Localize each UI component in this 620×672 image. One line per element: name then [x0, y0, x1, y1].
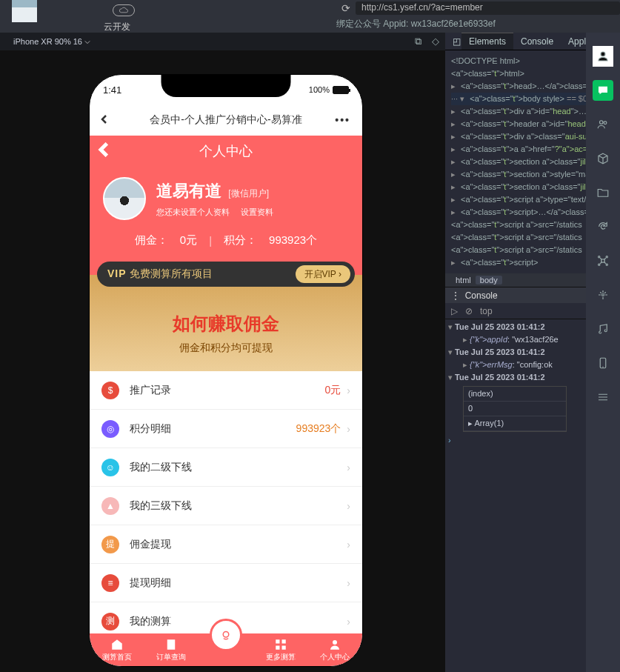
page-title: 会员中-个人推广分销中心-易算准	[150, 113, 301, 127]
svg-point-10	[606, 256, 607, 258]
row-label: 提现明细	[130, 576, 171, 590]
svg-point-13	[602, 294, 604, 296]
ide-side-rail	[586, 33, 620, 672]
promo-card[interactable]: 如何赚取佣金 佣金和积分均可提现	[90, 275, 362, 371]
tab-label: 测算首页	[102, 652, 132, 662]
cloud-dev-label[interactable]: 云开发	[104, 21, 130, 33]
svg-rect-3	[276, 645, 279, 649]
chevron-right-icon: ›	[347, 423, 350, 435]
rail-refresh-icon[interactable]	[593, 216, 613, 237]
tab-elements[interactable]: Elements	[461, 33, 513, 50]
back-icon[interactable]	[100, 114, 109, 126]
points-label: 积分：	[224, 233, 257, 247]
svg-point-12	[606, 264, 607, 265]
chevron-right-icon: ›	[347, 385, 350, 396]
points-value: 993923个	[269, 233, 317, 247]
phone-simulator: 1:41 100% 会员中-个人推广分销中心-易算准 ••• 个人中心 道易有道…	[89, 74, 363, 667]
user-tag: [微信用户]	[228, 188, 269, 199]
rail-network-icon[interactable]	[593, 250, 613, 271]
rotate-icon[interactable]: ◇	[432, 36, 439, 47]
copy-icon[interactable]: ⧉	[415, 36, 421, 47]
rail-mobile-icon[interactable]	[593, 353, 613, 373]
chevron-right-icon: ›	[347, 539, 350, 550]
list-item[interactable]: ◎积分明细993923个›	[90, 410, 362, 448]
chevron-right-icon: ›	[347, 500, 350, 512]
chevron-right-icon: ›	[347, 616, 350, 628]
list-item[interactable]: $推广记录0元›	[90, 371, 362, 410]
row-value: 993923个	[296, 422, 341, 436]
svg-point-5	[333, 640, 337, 645]
chevron-right-icon: ›	[347, 462, 350, 473]
more-icon[interactable]: •••	[335, 114, 350, 126]
list-item[interactable]: 提佣金提现›	[90, 525, 362, 564]
crumb-body[interactable]: body	[476, 276, 502, 285]
console-context[interactable]: top	[480, 306, 493, 316]
battery-icon	[333, 86, 349, 94]
device-selector[interactable]: iPhone XR 90% 16	[13, 37, 90, 46]
cloud-dev-icon[interactable]	[113, 4, 135, 16]
rail-music-icon[interactable]	[593, 319, 613, 339]
row-icon: 提	[101, 536, 119, 553]
tab-label: 订单查询	[156, 652, 186, 662]
webview-titlebar: 会员中-个人推广分销中心-易算准 •••	[90, 104, 362, 136]
header-back-icon[interactable]	[97, 142, 112, 161]
rail-compass-icon[interactable]	[593, 285, 613, 305]
bottom-tab-bar: 测算首页订单查询 更多测算个人中心	[90, 633, 362, 666]
svg-point-11	[599, 264, 600, 265]
list-item[interactable]: ≡提现明细›	[90, 564, 362, 602]
svg-rect-1	[276, 639, 279, 643]
tab-1[interactable]: 订单查询	[144, 633, 199, 666]
list-item[interactable]: ☺我的二级下线›	[90, 448, 362, 487]
row-icon: $	[101, 382, 119, 399]
chevron-right-icon: ›	[347, 577, 350, 589]
row-label: 我的二级下线	[130, 461, 192, 474]
rail-folder-icon[interactable]	[593, 182, 613, 203]
commission-label: 佣金：	[135, 233, 168, 247]
rail-cube-icon[interactable]	[593, 148, 613, 169]
status-time: 1:41	[103, 84, 121, 96]
tab-4[interactable]: 个人中心	[307, 633, 362, 666]
menu-list: $推广记录0元›◎积分明细993923个›☺我的二级下线›▲我的三级下线›提佣金…	[90, 371, 362, 635]
open-vip-button[interactable]: 开启VIP ›	[296, 265, 350, 283]
vip-badge: VIP	[107, 267, 127, 279]
promo-title: 如何赚取佣金	[173, 312, 279, 336]
svg-point-7	[604, 122, 607, 124]
ide-top-bar: 云开发 ⟳ http://cs1.ysef.cn/?ac=member 绑定公众…	[0, 0, 620, 33]
tab-label: 个人中心	[320, 652, 350, 662]
tab-console[interactable]: Console	[513, 33, 561, 50]
console-clear-icon[interactable]: ⊘	[465, 306, 473, 316]
row-label: 佣金提现	[130, 538, 171, 551]
console-play-icon[interactable]: ▷	[451, 306, 458, 316]
tab-0[interactable]: 测算首页	[90, 633, 144, 666]
tab-label: 更多测算	[266, 652, 296, 662]
rail-menu-icon[interactable]	[593, 387, 613, 407]
tab-2[interactable]	[199, 633, 253, 666]
rail-avatar-icon[interactable]	[593, 46, 613, 67]
row-icon: 测	[101, 613, 119, 631]
svg-rect-4	[281, 645, 285, 649]
app-header: 个人中心	[90, 136, 362, 167]
list-item[interactable]: ▲我的三级下线›	[90, 487, 362, 525]
avatar[interactable]	[103, 177, 146, 220]
reload-icon[interactable]: ⟳	[336, 2, 356, 14]
crumb-html[interactable]: html	[451, 276, 476, 285]
simulator-toolbar: iPhone XR 90% 16 ⧉ ◇	[0, 33, 445, 50]
row-icon: ☺	[101, 459, 119, 476]
project-thumbnail[interactable]	[12, 0, 37, 22]
edit-profile-link[interactable]: 设置资料	[241, 207, 273, 216]
svg-point-0	[223, 632, 229, 638]
rail-message-icon[interactable]	[593, 80, 613, 101]
row-label: 我的三级下线	[130, 499, 192, 513]
address-bar[interactable]: http://cs1.ysef.cn/?ac=member	[356, 1, 620, 15]
rail-users-icon[interactable]	[593, 114, 613, 135]
phone-notch	[161, 75, 291, 97]
tab-3[interactable]: 更多测算	[253, 633, 308, 666]
header-title: 个人中心	[199, 142, 253, 160]
profile-notice: 您还未设置个人资料	[156, 207, 230, 216]
battery-pct: 100%	[309, 85, 330, 94]
user-name: 道易有道	[156, 182, 221, 200]
inspect-icon[interactable]: ◰	[445, 33, 461, 50]
tab-center-icon[interactable]	[210, 619, 242, 651]
vip-banner[interactable]: VIP免费测算所有项目 开启VIP ›	[97, 262, 355, 287]
row-icon: ≡	[101, 574, 119, 592]
